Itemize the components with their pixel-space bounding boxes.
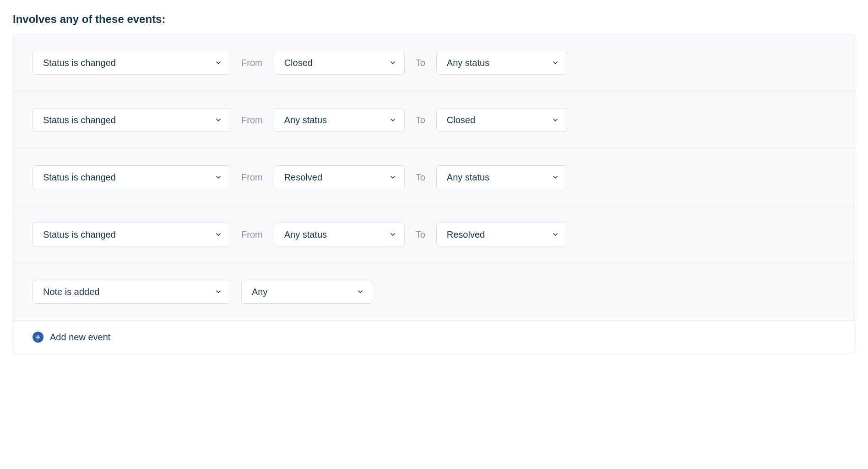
to-status-select[interactable]: Closed: [436, 108, 567, 132]
to-status-select[interactable]: Any status: [436, 165, 567, 189]
event-type-select[interactable]: Status is changed: [33, 165, 230, 189]
plus-circle-icon: [33, 332, 43, 343]
event-type-value: Status is changed: [43, 115, 116, 125]
event-row: Status is changed From Any status To Res…: [13, 206, 855, 263]
to-status-select[interactable]: Any status: [436, 51, 567, 75]
to-status-select[interactable]: Resolved: [436, 223, 567, 246]
note-scope-value: Any: [252, 287, 267, 297]
event-type-select[interactable]: Status is changed: [33, 108, 230, 132]
from-status-select[interactable]: Resolved: [274, 165, 405, 189]
add-new-event-button[interactable]: Add new event: [13, 321, 855, 354]
from-status-select[interactable]: Any status: [274, 108, 405, 132]
event-type-value: Status is changed: [43, 172, 116, 183]
from-status-value: Any status: [284, 229, 327, 240]
event-type-value: Note is added: [43, 287, 99, 297]
from-status-select[interactable]: Closed: [274, 51, 405, 75]
event-row: Status is changed From Resolved To Any s…: [13, 149, 855, 206]
from-label: From: [241, 115, 263, 125]
section-title: Involves any of these events:: [13, 13, 855, 26]
from-label: From: [241, 58, 263, 68]
from-status-value: Closed: [284, 58, 313, 68]
event-row: Status is changed From Any status To Clo…: [13, 92, 855, 149]
to-status-value: Resolved: [447, 229, 485, 240]
add-new-event-label: Add new event: [50, 332, 110, 343]
event-type-select[interactable]: Status is changed: [33, 51, 230, 75]
from-status-value: Resolved: [284, 172, 322, 183]
to-label: To: [416, 172, 425, 183]
event-type-select[interactable]: Status is changed: [33, 223, 230, 246]
to-label: To: [416, 115, 425, 125]
event-type-value: Status is changed: [43, 58, 116, 68]
event-type-value: Status is changed: [43, 229, 116, 240]
from-label: From: [241, 229, 263, 240]
from-label: From: [241, 172, 263, 183]
to-status-value: Any status: [447, 172, 489, 183]
from-status-select[interactable]: Any status: [274, 223, 405, 246]
note-scope-select[interactable]: Any: [241, 280, 372, 304]
to-status-value: Any status: [447, 58, 489, 68]
to-status-value: Closed: [447, 115, 475, 125]
from-status-value: Any status: [284, 115, 327, 125]
to-label: To: [416, 229, 425, 240]
events-panel: Status is changed From Closed To Any sta…: [13, 34, 855, 354]
to-label: To: [416, 58, 425, 68]
event-type-select[interactable]: Note is added: [33, 280, 230, 304]
event-row: Note is added Any: [13, 263, 855, 321]
event-row: Status is changed From Closed To Any sta…: [13, 34, 855, 92]
